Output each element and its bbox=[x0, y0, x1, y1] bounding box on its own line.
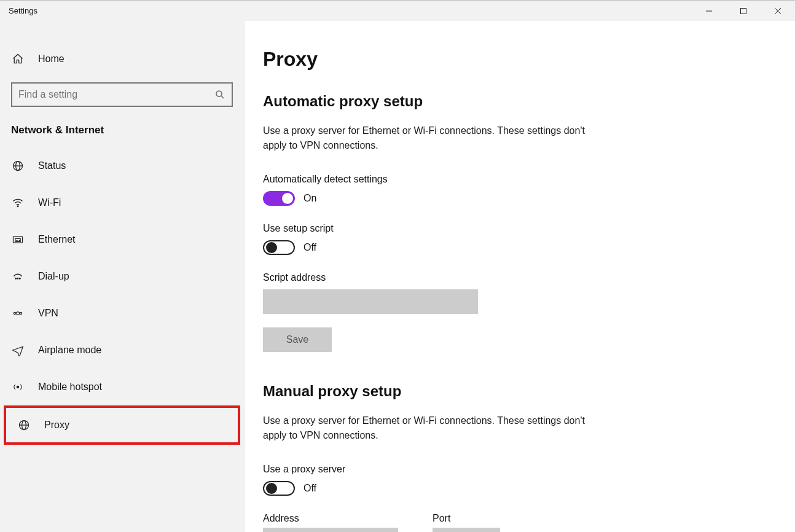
svg-point-18 bbox=[14, 312, 15, 314]
sidebar-item-label: Status bbox=[38, 160, 66, 171]
sidebar-item-proxy[interactable]: Proxy bbox=[6, 408, 238, 442]
detect-label: Automatically detect settings bbox=[263, 174, 795, 185]
search-field[interactable] bbox=[18, 89, 214, 100]
detect-toggle[interactable] bbox=[263, 191, 295, 206]
svg-point-19 bbox=[20, 312, 22, 314]
sidebar-item-dialup[interactable]: Dial-up bbox=[0, 258, 244, 295]
useproxy-toggle[interactable] bbox=[263, 481, 295, 496]
script-address-input[interactable] bbox=[263, 289, 478, 314]
sidebar-item-label: Ethernet bbox=[38, 234, 75, 245]
auto-heading: Automatic proxy setup bbox=[263, 93, 795, 110]
sidebar-item-wifi[interactable]: Wi-Fi bbox=[0, 184, 244, 221]
script-state: Off bbox=[304, 242, 316, 253]
highlight-annotation: Proxy bbox=[4, 405, 240, 445]
sidebar-item-hotspot[interactable]: Mobile hotspot bbox=[0, 369, 244, 405]
globe-icon bbox=[11, 160, 25, 172]
content: Proxy Automatic proxy setup Use a proxy … bbox=[245, 21, 795, 532]
sidebar-home[interactable]: Home bbox=[0, 41, 244, 77]
close-button[interactable] bbox=[761, 1, 795, 22]
svg-point-20 bbox=[17, 386, 18, 388]
minimize-icon bbox=[705, 7, 713, 15]
search-input[interactable] bbox=[11, 82, 233, 107]
svg-point-16 bbox=[17, 278, 18, 280]
titlebar: Settings bbox=[0, 0, 795, 21]
airplane-icon bbox=[11, 344, 25, 356]
minimize-button[interactable] bbox=[692, 1, 726, 22]
search-icon bbox=[214, 89, 225, 100]
svg-line-5 bbox=[221, 96, 224, 98]
svg-point-15 bbox=[15, 278, 17, 280]
sidebar-item-ethernet[interactable]: Ethernet bbox=[0, 221, 244, 258]
close-icon bbox=[774, 7, 781, 15]
sidebar-item-label: Dial-up bbox=[38, 271, 69, 282]
sidebar-item-label: Wi-Fi bbox=[38, 197, 61, 208]
maximize-icon bbox=[740, 7, 747, 15]
svg-rect-1 bbox=[741, 8, 746, 14]
auto-description: Use a proxy server for Ethernet or Wi-Fi… bbox=[263, 123, 595, 153]
home-icon bbox=[11, 53, 25, 65]
sidebar-item-label: Mobile hotspot bbox=[38, 381, 102, 393]
svg-point-9 bbox=[17, 206, 18, 207]
sidebar-item-label: VPN bbox=[38, 308, 58, 319]
sidebar-section-title: Network & Internet bbox=[0, 119, 244, 147]
hotspot-icon bbox=[11, 381, 25, 393]
manual-description: Use a proxy server for Ethernet or Wi-Fi… bbox=[263, 413, 595, 443]
svg-point-17 bbox=[20, 278, 21, 280]
vpn-icon bbox=[11, 307, 25, 319]
svg-point-4 bbox=[216, 91, 222, 96]
address-input[interactable] bbox=[263, 528, 398, 532]
useproxy-label: Use a proxy server bbox=[263, 464, 795, 475]
maximize-button[interactable] bbox=[726, 1, 761, 22]
sidebar: Home Network & Internet Status Wi-Fi bbox=[0, 21, 245, 532]
port-label: Port bbox=[433, 513, 500, 524]
port-input[interactable] bbox=[433, 528, 500, 532]
detect-state: On bbox=[304, 193, 316, 204]
address-label: Address bbox=[263, 513, 398, 524]
script-address-label: Script address bbox=[263, 272, 795, 283]
page-title: Proxy bbox=[263, 48, 795, 71]
window-title: Settings bbox=[0, 6, 37, 15]
sidebar-item-airplane[interactable]: Airplane mode bbox=[0, 332, 244, 369]
sidebar-item-label: Airplane mode bbox=[38, 345, 101, 356]
wifi-icon bbox=[11, 197, 25, 209]
sidebar-item-vpn[interactable]: VPN bbox=[0, 295, 244, 332]
script-toggle[interactable] bbox=[263, 240, 295, 255]
sidebar-item-status[interactable]: Status bbox=[0, 147, 244, 184]
manual-heading: Manual proxy setup bbox=[263, 383, 795, 400]
dialup-icon bbox=[11, 270, 25, 283]
sidebar-item-label: Proxy bbox=[44, 420, 69, 431]
script-label: Use setup script bbox=[263, 223, 795, 234]
sidebar-home-label: Home bbox=[38, 53, 65, 65]
useproxy-state: Off bbox=[304, 483, 316, 494]
ethernet-icon bbox=[11, 233, 25, 246]
globe-icon bbox=[17, 419, 31, 431]
save-button[interactable]: Save bbox=[263, 327, 332, 352]
